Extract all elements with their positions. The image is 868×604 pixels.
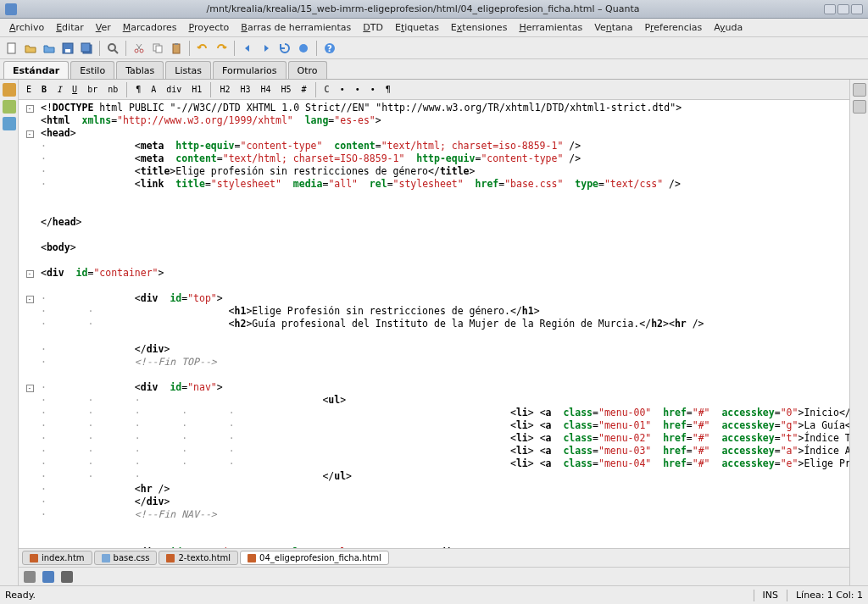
tagbtn-8[interactable]: div [162,82,186,97]
tab-otro[interactable]: Otro [288,61,327,79]
dock-files-icon[interactable] [3,83,16,97]
close-button[interactable] [851,4,863,14]
code-line: · · <h2>Guía profesional del Instituto d… [19,318,849,330]
svg-rect-0 [8,43,15,53]
menu-ver[interactable]: Ver [90,19,117,36]
undo-icon[interactable] [194,40,211,57]
code-line: · <hr /> [19,483,849,496]
tagbtn-17[interactable]: • [351,82,364,97]
tagbtn-13[interactable]: H5 [277,82,296,97]
tagbtn-0[interactable]: E [22,82,36,97]
panel-messages-icon[interactable] [24,571,36,583]
maximize-button[interactable] [837,4,849,14]
code-editor[interactable]: -<!DOCTYPE html PUBLIC "-//W3C//DTD XHTM… [19,100,849,548]
save-all-icon[interactable] [78,40,95,57]
status-pos: Línea: 1 Col: 1 [796,590,863,601]
menubar: ArchivoEditarVerMarcadoresProyectoBarras… [0,19,868,37]
code-line: · <meta http-equiv="content-type" conten… [19,140,849,152]
window-controls [824,4,863,14]
menu-ayuda[interactable]: Ayuda [708,19,748,36]
tagbtn-4[interactable]: br [83,82,102,97]
tagbtn-2[interactable]: I [53,82,66,97]
dock-tree-icon[interactable] [853,100,866,114]
copy-icon[interactable] [149,40,166,57]
cut-icon[interactable] [131,40,147,57]
code-line: · <link title="stylesheet" media="all" r… [19,178,849,191]
tagbtn-7[interactable]: A [147,82,160,97]
open-icon[interactable] [22,40,39,57]
file-tab-2-texto.html[interactable]: 2-texto.html [159,551,238,565]
code-line [19,521,849,534]
menu-marcadores[interactable]: Marcadores [117,19,183,36]
svg-point-15 [299,44,308,53]
main-toolbar: ? [0,37,868,59]
tagbtn-14[interactable]: # [298,82,311,97]
code-line [19,280,849,292]
svg-rect-2 [65,49,70,53]
svg-rect-12 [156,46,162,53]
tagbtn-6[interactable]: ¶ [131,82,145,97]
new-file-icon[interactable] [3,40,20,57]
tagbtn-15[interactable]: C [320,82,334,97]
menu-editar[interactable]: Editar [50,19,90,36]
save-icon[interactable] [59,40,76,57]
dock-attrs-icon[interactable] [853,83,866,97]
file-tab-label: base.css [114,553,150,562]
tab-formularios[interactable]: Formularios [213,61,287,79]
minimize-button[interactable] [824,4,836,14]
menu-preferencias[interactable]: Preferencias [639,19,709,36]
menu-ventana[interactable]: Ventana [588,19,638,36]
code-line: <html xmlns="http://www.w3.org/1999/xhtm… [19,114,849,127]
tab-listas[interactable]: Listas [165,61,211,79]
tagbtn-18[interactable]: • [366,82,380,97]
file-tab-index.htm[interactable]: index.htm [22,551,92,565]
menu-proyecto[interactable]: Proyecto [183,19,236,36]
help-icon[interactable]: ? [321,40,338,57]
tab-tablas[interactable]: Tablas [116,61,164,79]
file-tab-04_eligeprofesion_ficha.html[interactable]: 04_eligeprofesion_ficha.html [240,551,389,565]
tagbtn-5[interactable]: nb [103,82,122,97]
tagbtn-10[interactable]: H2 [215,82,234,97]
back-icon[interactable] [239,40,256,57]
menu-extensiones[interactable]: Extensiones [445,19,514,36]
tab-estilo[interactable]: Estilo [70,61,114,79]
tagbtn-11[interactable]: H3 [236,82,254,97]
main-area: EBIUbrnb¶AdivH1H2H3H4H5#C•••¶ -<!DOCTYPE… [0,80,868,585]
redo-icon[interactable] [213,40,230,57]
file-tab-label: index.htm [42,553,85,562]
tagbtn-9[interactable]: H1 [187,82,206,97]
tagbtn-16[interactable]: • [336,82,349,97]
tab-estándar[interactable]: Estándar [3,61,69,79]
editor-area: EBIUbrnb¶AdivH1H2H3H4H5#C•••¶ -<!DOCTYPE… [19,80,849,585]
panel-preview-icon[interactable] [42,571,54,583]
tagbtn-12[interactable]: H4 [256,82,275,97]
stop-icon[interactable] [295,40,312,57]
menu-herramientas[interactable]: Herramientas [513,19,588,36]
code-line: -· <div id="nav"> [19,381,849,394]
reload-icon[interactable] [276,40,293,57]
status-ready: Ready. [5,590,745,601]
code-line: -<!DOCTYPE html PUBLIC "-//W3C//DTD XHTM… [19,102,849,114]
panel-terminal-icon[interactable] [61,571,73,583]
menu-archivo[interactable]: Archivo [3,19,50,36]
forward-icon[interactable] [258,40,275,57]
tagbtn-19[interactable]: ¶ [381,82,395,97]
menu-dtd[interactable]: DTD [357,19,389,36]
dock-upload-icon[interactable] [3,117,16,130]
code-line [19,229,849,241]
tagbtn-1[interactable]: B [37,82,51,97]
find-icon[interactable] [104,40,121,57]
menu-etiquetas[interactable]: Etiquetas [389,19,445,36]
svg-rect-14 [175,43,178,45]
code-line: <body> [19,241,849,254]
file-tab-base.css[interactable]: base.css [94,551,158,565]
code-line: · <div id="container-top" class="color04… [19,546,849,548]
svg-rect-4 [81,43,90,52]
tagbtn-3[interactable]: U [68,82,81,97]
dock-project-icon[interactable] [3,100,16,114]
paste-icon[interactable] [168,40,185,57]
code-line: · · <h1>Elige Profesión sin restriccione… [19,305,849,318]
code-line: · · · · · <li> <a class="menu-01" href="… [19,419,849,432]
open-project-icon[interactable] [41,40,58,57]
menu-barras de herramientas[interactable]: Barras de herramientas [235,19,357,36]
